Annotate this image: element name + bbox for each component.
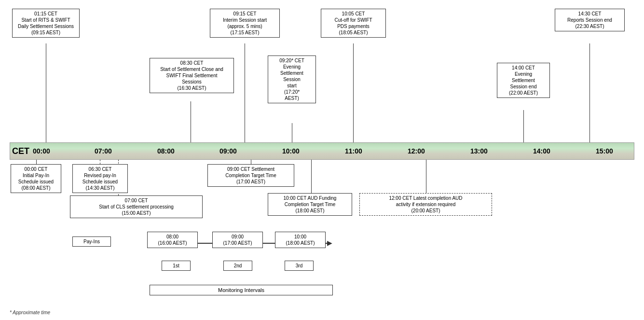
tick-0000: 00:00 xyxy=(33,142,50,160)
connector-latest-completion xyxy=(426,160,426,193)
monitoring-intervals-box: Monitoring Intervals xyxy=(150,285,333,295)
payin-ordinal-3: 3rd xyxy=(285,261,314,271)
tick-0800: 08:00 xyxy=(157,142,175,160)
connector-interim-session xyxy=(245,43,245,142)
tick-1300: 13:00 xyxy=(470,142,488,160)
event-latest-completion: 12:00 CET Latest completion AUDactivity … xyxy=(359,193,492,216)
connector-rits-swift xyxy=(46,43,46,142)
payin-ordinal-1-text: 1st xyxy=(173,263,179,268)
event-rits-swift: 01:15 CET Start of RITS & SWIFTDaily Set… xyxy=(12,9,80,38)
connector-settlement-close xyxy=(191,101,191,142)
connector-aud-funding xyxy=(311,160,312,193)
event-cls-settlement: 07:00 CETStart of CLS settlement process… xyxy=(70,195,203,218)
timeline-cet-label: CET xyxy=(12,142,29,160)
tick-1200: 12:00 xyxy=(408,142,425,160)
connector-settlement-completion xyxy=(251,160,251,164)
event-cutoff-swift: 10:05 CETCut-off for SWIFTPDS payments(1… xyxy=(321,9,386,38)
event-evening-session-end: 14:00 CETEveningSettlementSession end(22… xyxy=(497,63,550,98)
tick-1400: 14:00 xyxy=(533,142,550,160)
footnote: * Approximate time xyxy=(10,310,50,315)
tick-0700: 07:00 xyxy=(95,142,112,160)
payin-time-3: 10:00(18:00 AEST) xyxy=(275,232,326,248)
event-revised-payin: 06:30 CETRevised pay-InSchedule issued(1… xyxy=(72,164,128,193)
payin-time-2: 09:00(17:00 AEST) xyxy=(212,232,263,248)
payins-label: Pay-Ins xyxy=(83,239,100,244)
event-interim-session: 09:15 CETInterim Session start(approx. 5… xyxy=(210,9,280,38)
connector-reports-session xyxy=(589,43,590,142)
event-aud-funding: 10:00 CET AUD FundingCompletion Target T… xyxy=(268,193,352,216)
monitoring-intervals-label: Monitoring Intervals xyxy=(218,287,264,293)
payins-label-box: Pay-Ins xyxy=(72,237,111,247)
payin-ordinal-1: 1st xyxy=(162,261,191,271)
payin-ordinal-2-text: 2nd xyxy=(234,263,242,268)
tick-1100: 11:00 xyxy=(345,142,362,160)
payin-ordinal-3-text: 3rd xyxy=(296,263,302,268)
payin-arrow-head: ▶ xyxy=(327,239,332,247)
payin-ordinal-2: 2nd xyxy=(223,261,252,271)
connector-evening-session-start xyxy=(292,123,292,142)
event-initial-payin: 00:00 CETInitial Pay-InSchedule issued(0… xyxy=(11,164,61,193)
payin-time-1: 08:00(16:00 AEST) xyxy=(147,232,198,248)
tick-1500: 15:00 xyxy=(596,142,613,160)
event-rits-swift-text: 01:15 CET xyxy=(34,11,57,16)
event-evening-session-start: 09:20* CETEveningSettlementSessionstart(… xyxy=(268,56,316,103)
connector-cutoff-swift xyxy=(353,43,354,142)
event-settlement-completion: 09:00 CET SettlementCompletion Target Ti… xyxy=(207,164,294,187)
tick-1000: 10:00 xyxy=(282,142,300,160)
tick-0900: 09:00 xyxy=(219,142,237,160)
event-settlement-close: 08:30 CETStart of Settlement Close andSW… xyxy=(150,58,234,93)
diagram-container: CET 00:00 07:00 08:00 09:00 10:00 11:00 … xyxy=(0,0,644,320)
connector-initial-payin xyxy=(36,160,37,164)
connector-evening-session-end xyxy=(523,110,524,142)
connector-revised-payin xyxy=(100,160,100,164)
event-reports-session: 14:30 CETReports Session end(22:30 AEST) xyxy=(555,9,625,31)
